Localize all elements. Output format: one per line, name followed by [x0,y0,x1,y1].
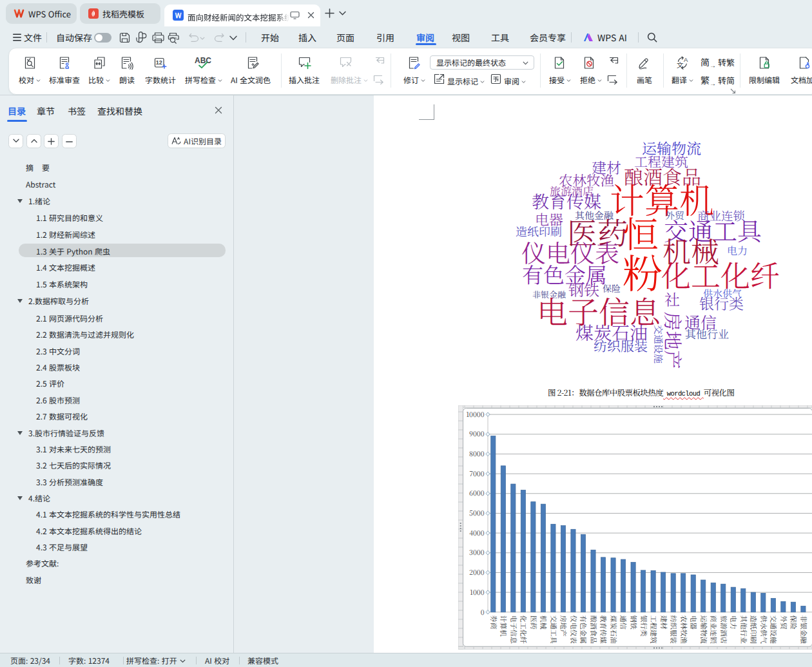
svg-text:煤炭石油: 煤炭石油 [609,615,619,644]
svg-text:0: 0 [481,607,485,617]
svg-text:商业连锁: 商业连锁 [709,615,719,644]
svg-text:外贸: 外贸 [779,615,789,630]
svg-text:其他行业: 其他行业 [739,615,749,644]
svg-text:交通工具: 交通工具 [549,615,559,644]
svg-text:非银金融: 非银金融 [799,615,809,644]
svg-text:电子信息: 电子信息 [509,615,519,644]
svg-text:8000: 8000 [469,449,485,458]
svg-text:房地产: 房地产 [559,615,569,637]
svg-text:农林牧渔: 农林牧渔 [679,615,690,644]
svg-text:旅游酒店: 旅游酒店 [719,615,730,644]
svg-text:1000: 1000 [470,587,485,597]
svg-text:酿酒食品: 酿酒食品 [589,615,599,644]
svg-text:教育传媒: 教育传媒 [599,615,609,644]
svg-text:保险: 保险 [789,615,799,630]
svg-text:银行类: 银行类 [639,615,650,637]
svg-text:2000: 2000 [469,567,485,577]
svg-text:A: A [684,56,688,63]
svg-text:机械: 机械 [539,615,549,630]
svg-text:ABC: ABC [195,56,211,65]
svg-text:化工化纤: 化工化纤 [519,615,529,644]
svg-text:10000: 10000 [466,409,484,419]
svg-text:仪电仪表: 仪电仪表 [569,615,579,644]
svg-text:计算机: 计算机 [499,615,509,637]
svg-text:电力: 电力 [729,615,739,630]
svg-text:3000: 3000 [469,547,485,557]
svg-text:医药: 医药 [529,615,539,630]
svg-text:有色金属: 有色金属 [579,615,589,644]
svg-text:钢铁: 钢铁 [629,615,639,630]
svg-text:5000: 5000 [469,508,485,517]
svg-text:建材: 建材 [659,615,670,630]
svg-text:运输物流: 运输物流 [699,615,710,644]
svg-text:电器: 电器 [689,615,699,630]
svg-text:纺织服装: 纺织服装 [669,615,679,644]
svg-text:7000: 7000 [469,469,484,478]
svg-text:9000: 9000 [469,429,485,438]
svg-text:工程建筑: 工程建筑 [649,615,659,644]
svg-text:券商: 券商 [489,615,499,630]
svg-text:12: 12 [156,59,162,66]
svg-text:交通设施: 交通设施 [769,615,779,644]
svg-text:6000: 6000 [469,488,485,498]
svg-text:通信: 通信 [619,615,629,630]
svg-text:供水供气: 供水供气 [759,615,769,644]
svg-text:4000: 4000 [469,528,485,537]
svg-text:造纸印刷: 造纸印刷 [749,615,759,644]
